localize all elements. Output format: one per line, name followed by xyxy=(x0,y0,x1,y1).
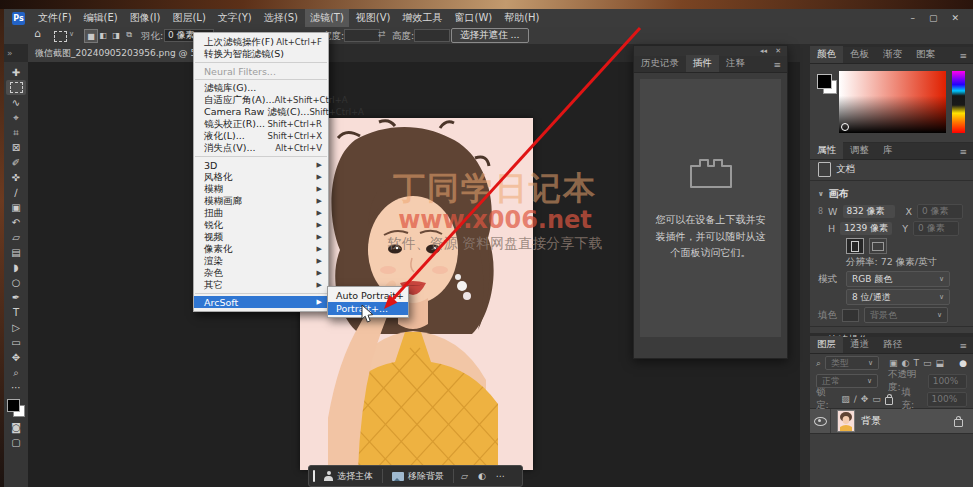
crop-tool[interactable]: ⌗ xyxy=(6,125,26,140)
gradient-tool[interactable]: ▤ xyxy=(6,245,26,260)
menu-item-blur[interactable]: 模糊▶ xyxy=(194,183,328,195)
object-selection-tool[interactable]: ⌖ xyxy=(6,110,26,125)
adjustment-icon[interactable]: ◐ xyxy=(475,471,489,481)
menu-select[interactable]: 选择(S) xyxy=(259,9,303,27)
menu-item-blur-gallery[interactable]: 模糊画廊▶ xyxy=(194,195,328,207)
hand-tool[interactable]: ✥ xyxy=(6,350,26,365)
panel-menu-icon[interactable]: ≡ xyxy=(953,339,973,353)
menu-item-liquify[interactable]: 液化(L)...Shift+Ctrl+X xyxy=(194,130,328,142)
tab-color[interactable]: 颜色 xyxy=(810,46,843,63)
menu-window[interactable]: 窗口(W) xyxy=(449,9,497,27)
maximize-button[interactable]: ▢ xyxy=(929,13,938,23)
lock-move-icon[interactable]: ✥ xyxy=(861,394,869,404)
menu-edit[interactable]: 编辑(E) xyxy=(79,9,123,27)
tab-paths[interactable]: 路径 xyxy=(876,336,909,353)
selection-subtract-icon[interactable]: ◨ xyxy=(110,29,122,41)
pen-tool[interactable]: ✒ xyxy=(6,290,26,305)
edit-toolbar-button[interactable]: ⋯ xyxy=(6,380,26,395)
menu-item-noise[interactable]: 杂色▶ xyxy=(194,267,328,279)
menu-item-filter-gallery[interactable]: 滤镜库(G)... xyxy=(194,82,328,94)
menu-item-sharpen[interactable]: 锐化▶ xyxy=(194,219,328,231)
menu-item-vanishing-point[interactable]: 消失点(V)...Alt+Ctrl+V xyxy=(194,142,328,154)
menu-layer[interactable]: 图层(L) xyxy=(167,9,210,27)
canvas-height-value[interactable]: 1239 像素 xyxy=(840,222,892,235)
menu-item-render[interactable]: 渲染▶ xyxy=(194,255,328,267)
tab-history[interactable]: 历史记录 xyxy=(634,55,686,72)
panel-menu-icon[interactable]: ≡ xyxy=(953,49,973,63)
selection-intersect-icon[interactable]: ⧉ xyxy=(123,29,135,41)
dodge-tool[interactable]: ○ xyxy=(6,275,26,290)
foreground-color-swatch[interactable] xyxy=(7,399,20,412)
menu-item-lens-correction[interactable]: 镜头校正(R)...Shift+Ctrl+R xyxy=(194,118,328,130)
clone-stamp-tool[interactable]: ▣ xyxy=(6,200,26,215)
home-icon[interactable]: ⌂ xyxy=(34,27,41,40)
menu-file[interactable]: 文件(F) xyxy=(33,9,77,27)
orientation-portrait-button[interactable] xyxy=(846,238,864,254)
link-dimensions-icon[interactable]: 8 xyxy=(818,207,823,216)
lock-paint-icon[interactable]: ∕ xyxy=(854,394,857,404)
taskbar-drag-handle[interactable] xyxy=(313,470,315,482)
selection-new-icon[interactable]: ■ xyxy=(84,29,98,43)
tab-adjustments[interactable]: 调整 xyxy=(843,142,876,159)
menu-item-convert-smart-filters[interactable]: 转换为智能滤镜(S) xyxy=(194,48,328,60)
panel-menu-icon[interactable]: ≡ xyxy=(767,58,787,72)
hue-slider[interactable] xyxy=(952,71,965,133)
collapse-caret-icon[interactable]: ∨ xyxy=(818,190,824,198)
menu-item-other[interactable]: 其它▶ xyxy=(194,279,328,291)
layer-visibility-cell[interactable] xyxy=(810,409,831,433)
screen-mode-button[interactable]: ▢ xyxy=(6,435,26,450)
orientation-landscape-button[interactable] xyxy=(869,238,887,254)
marquee-option-icon[interactable] xyxy=(54,31,67,42)
tab-overflow-icon[interactable]: » xyxy=(7,48,12,58)
tab-patterns[interactable]: 图案 xyxy=(909,46,942,63)
menu-plugins[interactable]: 增效工具 xyxy=(397,9,447,27)
shape-tool[interactable]: ▭ xyxy=(6,335,26,350)
menu-item-adaptive-wide-angle[interactable]: 自适应广角(A)...Alt+Shift+Ctrl+A xyxy=(194,94,328,106)
filter-type-icon[interactable]: T xyxy=(913,358,919,368)
eyedropper-tool[interactable]: ✐ xyxy=(6,155,26,170)
selection-add-icon[interactable]: ◧ xyxy=(97,29,109,41)
color-field-cursor[interactable] xyxy=(841,123,849,131)
brush-tool[interactable]: ∕ xyxy=(6,185,26,200)
eraser-tool[interactable]: ▱ xyxy=(6,230,26,245)
color-mode-select[interactable]: RGB 颜色 ∨ xyxy=(846,271,950,287)
lasso-tool[interactable]: ∿ xyxy=(6,95,26,110)
type-tool[interactable]: T xyxy=(6,305,26,320)
menu-view[interactable]: 视图(V) xyxy=(351,9,396,27)
tab-plugins[interactable]: 插件 xyxy=(686,55,719,72)
panel-menu-icon[interactable]: ≡ xyxy=(953,145,973,159)
foreground-color-swatch[interactable] xyxy=(817,74,832,89)
remove-background-button[interactable]: 移除背景 xyxy=(387,470,449,483)
menu-image[interactable]: 图像(I) xyxy=(125,9,166,27)
tab-gradients[interactable]: 渐变 xyxy=(876,46,909,63)
menu-filter[interactable]: 滤镜(T) xyxy=(305,9,349,27)
marquee-tool[interactable] xyxy=(6,80,26,95)
move-tool[interactable]: ✚ xyxy=(6,65,26,80)
marquee-chevron-icon[interactable]: ∨ xyxy=(69,30,74,38)
more-options-icon[interactable]: ⋯ xyxy=(493,471,508,481)
width-input[interactable] xyxy=(344,29,380,42)
swap-dimensions-icon[interactable]: ⇄ xyxy=(378,29,386,39)
tab-channels[interactable]: 通道 xyxy=(843,336,876,353)
submenu-item-portrait[interactable]: Portrait+... xyxy=(328,302,408,315)
menu-type[interactable]: 文字(Y) xyxy=(213,9,257,27)
select-subject-button[interactable]: 选择主体 xyxy=(319,470,378,483)
filter-toggle-icon[interactable]: ● xyxy=(959,358,967,368)
lock-all-icon[interactable] xyxy=(885,397,894,405)
filter-shape-icon[interactable]: ▭ xyxy=(923,358,932,368)
menu-item-3d[interactable]: 3D▶ xyxy=(194,159,328,171)
history-brush-tool[interactable]: ↶ xyxy=(6,215,26,230)
submenu-item-auto-portrait[interactable]: Auto Portrait+ xyxy=(328,289,408,302)
select-and-mask-button[interactable]: 选择并遮住 ... xyxy=(451,28,529,43)
healing-brush-tool[interactable]: ✜ xyxy=(6,170,26,185)
tab-libraries[interactable]: 库 xyxy=(876,142,900,159)
blur-tool[interactable]: ◗ xyxy=(6,260,26,275)
filter-pixel-icon[interactable]: ▣ xyxy=(889,358,898,368)
foreground-background-swatches[interactable] xyxy=(7,399,25,417)
path-select-tool[interactable]: ▷ xyxy=(6,320,26,335)
lock-transparency-icon[interactable]: ▨ xyxy=(841,394,850,404)
menu-item-video[interactable]: 视频▶ xyxy=(194,231,328,243)
color-panel-swatches[interactable] xyxy=(817,74,837,94)
menu-item-arcsoft[interactable]: ArcSoft▶ xyxy=(194,296,328,308)
tab-properties[interactable]: 属性 xyxy=(810,142,843,159)
